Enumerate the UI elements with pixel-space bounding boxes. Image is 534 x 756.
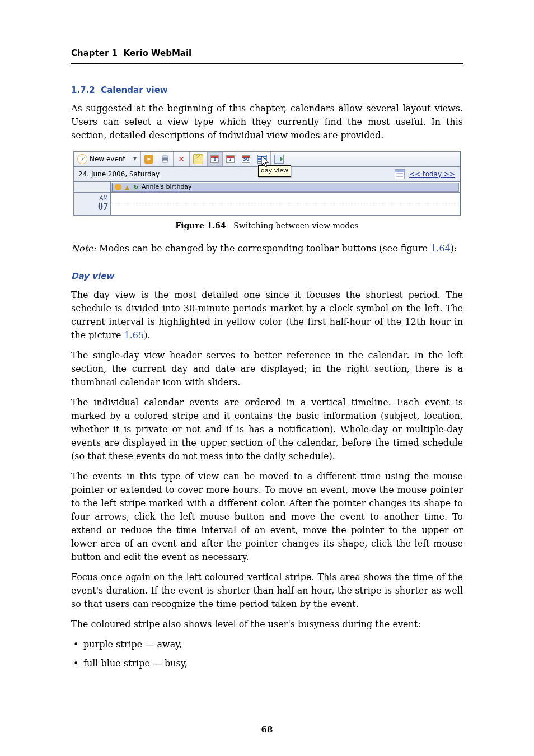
dayview-paragraph-1b: ). [144, 330, 150, 340]
allday-row: ▲ ↻ Annie's birthday [73, 182, 460, 193]
nav-prev-link[interactable]: << [409, 170, 420, 178]
move-button[interactable]: ▸ [141, 152, 157, 166]
dayview-paragraph-4: The events in this type of view can be m… [71, 470, 463, 564]
dayview-paragraph-6: The coloured stripe also shows level of … [71, 618, 463, 631]
section-heading: 1.7.2 Calendar view [71, 84, 463, 97]
nav-today-link[interactable]: today [423, 170, 442, 178]
list-item: purple stripe — away, [71, 638, 463, 651]
note-figure-ref[interactable]: 1.64 [430, 243, 451, 254]
note-text-before: Modes can be changed by the correspondin… [96, 243, 430, 254]
printer-icon [161, 155, 170, 164]
nav-next-link[interactable]: >> [444, 170, 455, 178]
figure-caption-text: Switching between view modes [233, 221, 359, 230]
allday-time-column [74, 182, 111, 192]
day-view-button[interactable]: 1 [207, 152, 223, 166]
mail-button[interactable] [190, 152, 207, 166]
mail-icon [193, 154, 203, 164]
dayview-paragraph-1: The day view is the most detailed one si… [71, 288, 463, 342]
list-item: full blue stripe — busy, [71, 657, 463, 670]
chapter-rule [71, 63, 463, 64]
print-button[interactable] [157, 152, 174, 166]
chapter-label: Chapter 1 [71, 48, 118, 58]
allday-event-title: Annie's birthday [142, 183, 192, 192]
dayview-paragraph-2: The single-day view header serves to bet… [71, 349, 463, 389]
move-to-folder-icon: ▸ [144, 155, 153, 164]
dayview-heading: Day view [71, 270, 463, 283]
month-view-button[interactable]: 30 [238, 152, 254, 166]
current-date-label: 24. June 2006, Saturday [78, 169, 160, 179]
week-view-icon: 7 [226, 155, 235, 163]
allday-event[interactable]: ▲ ↻ Annie's birthday [111, 183, 459, 192]
note-prefix: Note: [71, 243, 96, 254]
alarm-icon: ▲ [124, 184, 130, 190]
svg-rect-2 [163, 160, 167, 162]
figure-caption-label: Figure 1.64 [175, 221, 226, 230]
new-event-label: New event [90, 154, 125, 164]
time-grid-body[interactable] [111, 193, 460, 215]
list-wide-view-icon [274, 155, 284, 164]
chapter-title: Kerio WebMail [123, 48, 191, 58]
day-view-icon: 1 [210, 155, 219, 163]
week-view-button[interactable]: 7 [223, 152, 238, 166]
mouse-cursor-icon [261, 156, 271, 169]
mini-calendar-icon[interactable] [395, 169, 405, 179]
time-grid: AM 07 [73, 193, 460, 216]
time-column: AM 07 [74, 193, 111, 215]
chapter-header: Chapter 1 Kerio WebMail [71, 47, 463, 60]
dayview-paragraph-5: Focus once again on the left coloured ve… [71, 571, 463, 611]
delete-button[interactable]: ✕ [174, 152, 190, 166]
delete-icon: ✕ [177, 155, 186, 164]
clock-icon [77, 154, 87, 164]
intro-paragraph: As suggested at the beginning of this ch… [71, 102, 463, 142]
new-event-button[interactable]: New event [74, 152, 129, 166]
time-hour: 07 [74, 202, 108, 212]
reminder-icon [115, 184, 121, 190]
month-view-icon: 30 [242, 155, 250, 163]
figure-caption: Figure 1.64 Switching between view modes [71, 220, 463, 232]
note-paragraph: Note: Modes can be changed by the corres… [71, 242, 463, 255]
date-nav: << today >> [409, 169, 455, 179]
list-wide-view-button[interactable] [271, 152, 287, 166]
new-event-dropdown[interactable]: ▼ [129, 152, 141, 166]
dayview-paragraph-3: The individual calendar events are order… [71, 396, 463, 463]
section-number: 1.7.2 [71, 85, 95, 95]
dayview-figure-ref[interactable]: 1.65 [124, 330, 144, 340]
chevron-down-icon: ▼ [133, 155, 137, 164]
section-title: Calendar view [101, 85, 168, 95]
svg-rect-1 [163, 156, 167, 158]
stripe-meaning-list: purple stripe — away, full blue stripe —… [71, 638, 463, 670]
page-number: 68 [0, 724, 534, 736]
time-ampm: AM [74, 193, 108, 202]
recurrence-icon: ↻ [133, 184, 139, 190]
date-row: 24. June 2006, Saturday << today >> day … [73, 167, 460, 182]
note-text-after: ): [451, 243, 457, 254]
figure-calendar-toolbar: New event ▼ ▸ ✕ 1 7 [73, 151, 461, 216]
